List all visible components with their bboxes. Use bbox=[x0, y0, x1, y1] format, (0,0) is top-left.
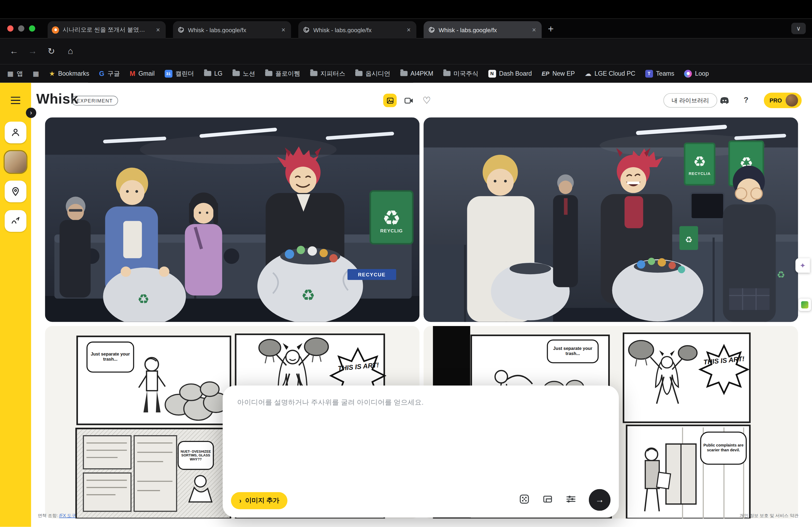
location-pin-icon bbox=[11, 186, 21, 197]
generate-submit-button[interactable]: → bbox=[589, 489, 611, 511]
tab-close-icon[interactable]: × bbox=[531, 26, 538, 33]
bookmark-folder-obsidian[interactable]: 옵시디언 bbox=[355, 69, 390, 78]
tab-close-icon[interactable]: × bbox=[155, 26, 161, 33]
mode-switcher: ♡ bbox=[383, 94, 433, 107]
bookmark-bookmarks[interactable]: ★Bookmarks bbox=[49, 70, 89, 77]
favorites-button[interactable]: ♡ bbox=[420, 94, 433, 107]
svg-text:♻: ♻ bbox=[777, 270, 785, 280]
zoom-window-button[interactable] bbox=[29, 25, 35, 31]
tab-search-button[interactable]: ∨ bbox=[791, 23, 806, 34]
style-tile[interactable] bbox=[4, 210, 26, 232]
browser-tab-3[interactable]: Whisk - labs.google/fx × bbox=[298, 21, 417, 39]
pro-badge: PRO bbox=[770, 97, 782, 104]
bookmark-google[interactable]: G구글 bbox=[99, 69, 120, 78]
settings-sliders-button[interactable] bbox=[566, 494, 577, 506]
heart-icon: ♡ bbox=[423, 95, 431, 106]
loop-icon bbox=[684, 70, 692, 77]
extension-thumb-icon bbox=[801, 301, 808, 308]
menu-hamburger-icon[interactable] bbox=[11, 97, 20, 104]
prompt-actions: → bbox=[519, 489, 610, 511]
account-avatar bbox=[785, 94, 798, 107]
bookmark-folder-notion[interactable]: 노션 bbox=[232, 69, 255, 78]
disclaimer-text: 면책 조항: /FX 도구 bbox=[38, 513, 76, 519]
speech-bubble: Public complaints are scarier than devil… bbox=[700, 432, 747, 465]
tab-close-icon[interactable]: × bbox=[405, 26, 412, 33]
speech-bubble: Just separate your trash... bbox=[86, 342, 134, 373]
bookmark-folder-gpters[interactable]: 지피터스 bbox=[310, 69, 345, 78]
my-library-button[interactable]: 내 라이브러리 bbox=[663, 93, 717, 108]
discord-icon bbox=[719, 95, 730, 106]
notion-icon: N bbox=[488, 70, 496, 77]
whisk-favicon bbox=[428, 26, 435, 33]
bookmark-lge-cloud[interactable]: ☁LGE Cloud PC bbox=[584, 70, 635, 77]
svg-text:♻: ♻ bbox=[685, 235, 693, 244]
browser-tab-4-active[interactable]: Whisk - labs.google/fx × bbox=[424, 21, 542, 39]
help-button[interactable]: ? bbox=[743, 95, 748, 104]
whisk-sidebar bbox=[0, 83, 31, 527]
bookmark-folder-lg[interactable]: LG bbox=[204, 70, 222, 77]
subject-tile[interactable] bbox=[4, 122, 26, 143]
bookmark-dashboard[interactable]: NDash Board bbox=[488, 70, 532, 77]
back-button[interactable]: ← bbox=[5, 39, 23, 64]
privacy-terms-link[interactable]: 개인 정보 보호 및 서비스 약관 bbox=[740, 513, 798, 519]
speech-bubble: NUET- OVESHIZEE SORTIMS, GLASS WHY?? bbox=[177, 441, 214, 470]
pro-account-button[interactable]: PRO bbox=[764, 93, 802, 108]
browser-tab-2[interactable]: Whisk - labs.google/fx × bbox=[173, 21, 291, 39]
generated-image-2[interactable]: ♻ ♻ ♻ ♻ bbox=[424, 118, 798, 322]
bookmark-teams[interactable]: TTeams bbox=[645, 70, 675, 77]
apps-grid-icon: ▦ bbox=[7, 70, 14, 77]
browser-tab-1[interactable]: 시나리오로 씬을 쪼개서 붙였다! Fl × bbox=[47, 21, 166, 39]
forward-button[interactable]: → bbox=[24, 39, 42, 64]
style-image-tile[interactable] bbox=[4, 151, 26, 173]
fx-tools-link[interactable]: /FX 도구 bbox=[59, 513, 76, 518]
image-mode-button[interactable] bbox=[383, 94, 396, 107]
folder-icon bbox=[355, 71, 362, 76]
bookmark-folder-ai4pkm[interactable]: AI4PKM bbox=[400, 70, 433, 77]
bookmark-folder-floijjem[interactable]: 플로이쩸 bbox=[265, 69, 300, 78]
bookmark-grid[interactable]: ▦ bbox=[33, 70, 39, 77]
generated-image-1[interactable]: ♻ ♻ bbox=[45, 118, 419, 322]
folder-icon bbox=[400, 71, 407, 76]
bookmark-newep[interactable]: EPNew EP bbox=[541, 70, 575, 77]
whisk-favicon bbox=[177, 26, 185, 33]
bookmark-loop[interactable]: Loop bbox=[684, 70, 709, 77]
google-g-icon: G bbox=[99, 70, 104, 77]
reload-button[interactable]: ↻ bbox=[42, 39, 60, 64]
scribble-icon bbox=[11, 216, 21, 226]
star-icon: ★ bbox=[49, 70, 55, 77]
chevron-right-icon: › bbox=[239, 497, 242, 505]
tab-title: 시나리오로 씬을 쪼개서 붙였다! Fl bbox=[62, 26, 151, 33]
discord-button[interactable] bbox=[719, 95, 730, 108]
bookmark-calendar[interactable]: 31캘린더 bbox=[164, 69, 194, 78]
home-button[interactable]: ⌂ bbox=[61, 39, 79, 64]
side-extension-button[interactable] bbox=[799, 299, 811, 311]
folder-icon bbox=[310, 71, 317, 76]
speech-bubble: Just separate your trash... bbox=[547, 340, 599, 363]
bookmarks-bar: ▦앱 ▦ ★Bookmarks G구글 MGmail 31캘린더 LG 노션 플… bbox=[0, 64, 812, 82]
video-mode-button[interactable] bbox=[402, 94, 415, 107]
sliders-icon bbox=[566, 494, 577, 505]
tab-close-icon[interactable]: × bbox=[280, 26, 287, 33]
sidebar-collapse-button[interactable]: › bbox=[26, 108, 36, 118]
recycle-poster-text: RECYCLIA bbox=[685, 171, 715, 176]
bookmark-apps[interactable]: ▦앱 bbox=[7, 69, 23, 78]
aspect-ratio-button[interactable] bbox=[542, 494, 553, 506]
bookmark-folder-usstock[interactable]: 미국주식 bbox=[443, 69, 478, 78]
minimize-window-button[interactable] bbox=[18, 25, 24, 31]
new-tab-button[interactable]: + bbox=[548, 24, 553, 34]
scene-tile[interactable] bbox=[4, 181, 26, 202]
prompt-input[interactable]: 아이디어를 설명하거나 주사위를 굴려 아이디어를 얻으세요. bbox=[237, 398, 423, 407]
tab-title: Whisk - labs.google/fx bbox=[188, 27, 276, 33]
dice-icon bbox=[519, 494, 530, 505]
screen: 시나리오로 씬을 쪼개서 붙였다! Fl × Whisk - labs.goog… bbox=[0, 0, 812, 527]
dice-button[interactable] bbox=[519, 494, 530, 506]
bookmark-gmail[interactable]: MGmail bbox=[130, 70, 155, 77]
person-icon bbox=[11, 127, 21, 138]
aspect-ratio-icon bbox=[542, 494, 553, 505]
add-image-button[interactable]: › 이미지 추가 bbox=[231, 492, 288, 509]
cloud-icon: ☁ bbox=[584, 70, 591, 77]
close-window-button[interactable] bbox=[7, 25, 13, 31]
side-panel-button[interactable]: ✦ bbox=[795, 258, 810, 273]
svg-text:♻: ♻ bbox=[693, 153, 706, 169]
gmail-icon: M bbox=[130, 70, 135, 77]
